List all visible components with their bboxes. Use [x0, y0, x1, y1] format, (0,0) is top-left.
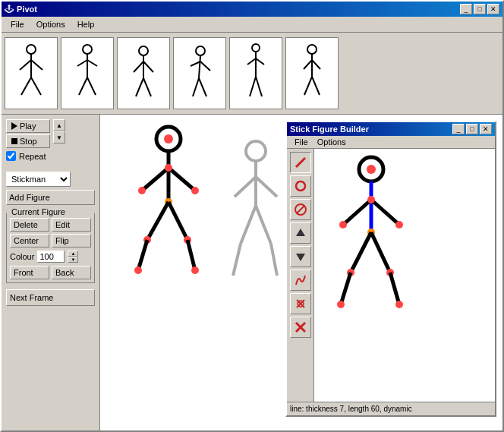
- sfb-tool-line[interactable]: [290, 152, 311, 173]
- svg-line-41: [169, 168, 195, 191]
- scroll-down-button[interactable]: ▼: [53, 131, 65, 143]
- sfb-maximize-button[interactable]: □: [466, 124, 478, 134]
- svg-line-45: [147, 202, 169, 240]
- window-title: Pivot: [17, 5, 37, 14]
- figure-type-select[interactable]: Stickman: [6, 172, 71, 187]
- sfb-menu-options[interactable]: Options: [313, 137, 351, 147]
- svg-line-26: [247, 58, 256, 65]
- frame-4[interactable]: [173, 37, 226, 109]
- svg-point-18: [196, 46, 205, 55]
- frame-1[interactable]: [5, 37, 58, 109]
- colour-label: Colour: [10, 252, 34, 261]
- svg-point-52: [191, 266, 199, 274]
- maximize-button[interactable]: □: [474, 4, 486, 14]
- svg-marker-66: [296, 254, 305, 261]
- svg-line-34: [304, 77, 312, 95]
- figure-type-row: Stickman: [6, 172, 95, 187]
- add-figure-button[interactable]: Add Figure: [6, 190, 95, 205]
- colour-spin-down[interactable]: ▼: [68, 257, 78, 263]
- frame-5[interactable]: [229, 37, 282, 109]
- sfb-body: [287, 149, 495, 402]
- sfb-menubar: File Options: [287, 136, 495, 149]
- sfb-status: line: thickness 7, length 60, dynamic: [287, 402, 495, 415]
- svg-line-75: [343, 200, 371, 225]
- repeat-checkbox[interactable]: [6, 151, 16, 161]
- scroll-up-button[interactable]: ▲: [53, 119, 65, 131]
- svg-point-76: [339, 221, 347, 229]
- colour-spin-up[interactable]: ▲: [68, 251, 78, 257]
- sfb-tool-down[interactable]: [290, 246, 311, 267]
- svg-line-29: [256, 77, 262, 96]
- svg-line-28: [250, 77, 256, 96]
- colour-input[interactable]: [37, 251, 65, 263]
- svg-point-78: [395, 221, 403, 229]
- sfb-canvas[interactable]: [314, 149, 495, 402]
- sfb-title-text: Stick Figure Builder: [290, 125, 369, 134]
- sfb-tool-delete[interactable]: [290, 317, 311, 338]
- frame-6[interactable]: [285, 37, 339, 109]
- svg-line-17: [143, 78, 151, 96]
- sfb-title-bar: Stick Figure Builder _ □ ✕: [287, 122, 495, 136]
- front-button[interactable]: Front: [10, 266, 49, 279]
- svg-line-57: [241, 206, 256, 244]
- svg-line-49: [169, 202, 187, 240]
- frame-3[interactable]: [117, 37, 170, 109]
- svg-line-56: [256, 177, 277, 197]
- repeat-row: Repeat: [6, 151, 95, 161]
- window-icon: 🕹: [5, 4, 14, 14]
- svg-point-73: [367, 165, 376, 174]
- svg-point-62: [296, 181, 305, 191]
- svg-line-51: [187, 240, 195, 270]
- main-area: Play Stop ▲ ▼ Repeat: [2, 115, 502, 430]
- svg-line-39: [142, 168, 169, 191]
- back-button[interactable]: Back: [52, 266, 91, 279]
- play-button[interactable]: Play: [6, 119, 50, 133]
- svg-line-61: [296, 158, 305, 167]
- menu-options[interactable]: Options: [30, 18, 71, 30]
- left-panel: Play Stop ▲ ▼ Repeat: [2, 115, 100, 430]
- sfb-close-button[interactable]: ✕: [480, 124, 492, 134]
- current-figure-group: Current Figure Delete Edit Center Flip: [6, 213, 95, 283]
- canvas-area[interactable]: Stick Figure Builder _ □ ✕ File Options: [100, 115, 502, 430]
- stickman-ghost: [225, 137, 286, 282]
- current-figure-label: Current Figure: [10, 207, 67, 216]
- svg-point-88: [395, 301, 403, 308]
- stop-icon: [11, 138, 17, 144]
- svg-point-12: [139, 46, 148, 55]
- menu-file[interactable]: File: [5, 18, 30, 30]
- svg-point-79: [367, 196, 375, 203]
- svg-point-53: [246, 141, 266, 161]
- sfb-tool-circle[interactable]: [290, 175, 311, 197]
- main-window: 🕹 Pivot _ □ ✕ File Options Help: [0, 0, 504, 432]
- sfb-tool-cancel[interactable]: [290, 199, 311, 220]
- svg-line-85: [371, 232, 390, 273]
- center-button[interactable]: Center: [10, 234, 49, 248]
- svg-point-48: [134, 266, 142, 274]
- svg-line-64: [297, 206, 304, 213]
- sfb-toolbar: [287, 149, 314, 402]
- svg-line-15: [143, 61, 153, 72]
- svg-line-55: [235, 177, 256, 197]
- svg-point-24: [252, 44, 260, 52]
- stickman-figure-1[interactable]: [131, 122, 206, 274]
- next-frame-button[interactable]: Next Frame: [6, 289, 95, 306]
- sfb-menu-file[interactable]: File: [290, 137, 313, 147]
- svg-line-77: [371, 200, 399, 225]
- sfb-tool-delete-node[interactable]: [290, 293, 311, 314]
- stop-button[interactable]: Stop: [6, 134, 50, 148]
- menu-help[interactable]: Help: [71, 18, 101, 30]
- minimize-button[interactable]: _: [460, 4, 472, 14]
- edit-button[interactable]: Edit: [52, 218, 91, 232]
- flip-button[interactable]: Flip: [52, 234, 91, 248]
- sfb-tool-dynamic[interactable]: [290, 270, 311, 291]
- sfb-minimize-button[interactable]: _: [452, 124, 465, 134]
- svg-line-16: [136, 78, 143, 96]
- svg-line-20: [191, 61, 200, 66]
- repeat-label: Repeat: [19, 152, 46, 161]
- svg-line-59: [256, 206, 271, 244]
- close-button[interactable]: ✕: [487, 4, 499, 14]
- delete-button[interactable]: Delete: [10, 218, 49, 232]
- frame-2[interactable]: [61, 37, 114, 109]
- title-bar: 🕹 Pivot _ □ ✕: [2, 2, 502, 17]
- sfb-tool-up[interactable]: [290, 222, 311, 244]
